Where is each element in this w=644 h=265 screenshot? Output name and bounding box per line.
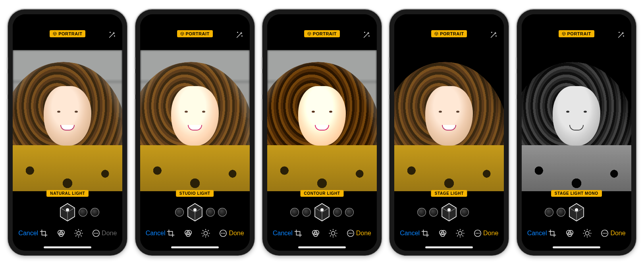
screen: PORTRAIT STAGE LIGHT bbox=[394, 14, 504, 251]
photo-preview bbox=[13, 50, 122, 201]
auto-enhance-button[interactable] bbox=[362, 30, 371, 40]
lighting-option[interactable] bbox=[557, 208, 565, 217]
lighting-option[interactable] bbox=[206, 208, 215, 217]
lighting-option-selected[interactable] bbox=[187, 203, 203, 221]
cube-icon bbox=[562, 32, 566, 36]
adjust-icon[interactable] bbox=[201, 229, 210, 238]
lighting-effect-dial[interactable] bbox=[274, 203, 370, 221]
done-button[interactable]: Done bbox=[229, 230, 244, 237]
lighting-option-selected[interactable] bbox=[441, 203, 457, 221]
lighting-option[interactable] bbox=[79, 208, 87, 217]
lighting-effect-dial[interactable] bbox=[20, 203, 115, 221]
cube-icon bbox=[53, 32, 57, 36]
cancel-button[interactable]: Cancel bbox=[527, 230, 547, 237]
subject-face bbox=[44, 86, 91, 146]
crop-icon[interactable] bbox=[548, 229, 557, 238]
lighting-option[interactable] bbox=[302, 208, 311, 217]
lighting-option[interactable] bbox=[218, 208, 227, 217]
more-icon[interactable] bbox=[346, 229, 355, 238]
crop-icon[interactable] bbox=[421, 229, 430, 238]
edit-toolbar: Cancel Done bbox=[394, 225, 504, 242]
filters-icon[interactable] bbox=[184, 229, 193, 238]
more-icon[interactable] bbox=[92, 229, 100, 238]
auto-enhance-button[interactable] bbox=[616, 30, 626, 40]
lighting-option[interactable] bbox=[545, 208, 553, 217]
top-bar: PORTRAIT bbox=[522, 30, 631, 37]
subject-face bbox=[171, 86, 219, 146]
portrait-badge-label: PORTRAIT bbox=[58, 31, 82, 36]
home-indicator[interactable] bbox=[553, 246, 600, 248]
notch bbox=[290, 14, 354, 25]
crop-icon[interactable] bbox=[166, 229, 175, 238]
screen: PORTRAIT NATURAL LIGHT bbox=[13, 14, 122, 251]
lighting-option[interactable] bbox=[290, 208, 299, 217]
phone-frame: PORTRAIT STAGE LIGHT bbox=[389, 10, 509, 255]
photo-subject bbox=[394, 50, 504, 201]
adjust-icon[interactable] bbox=[456, 229, 465, 238]
auto-enhance-button[interactable] bbox=[107, 30, 117, 40]
home-indicator[interactable] bbox=[171, 246, 219, 248]
filters-icon[interactable] bbox=[438, 229, 447, 238]
portrait-mode-badge[interactable]: PORTRAIT bbox=[177, 30, 213, 37]
portrait-mode-badge[interactable]: PORTRAIT bbox=[50, 30, 85, 37]
cancel-button[interactable]: Cancel bbox=[273, 230, 293, 237]
cancel-button[interactable]: Cancel bbox=[400, 230, 420, 237]
more-icon[interactable] bbox=[219, 229, 228, 238]
subject-face bbox=[553, 86, 600, 146]
lighting-option[interactable] bbox=[175, 208, 184, 217]
portrait-mode-badge[interactable]: PORTRAIT bbox=[559, 30, 594, 37]
lighting-option[interactable] bbox=[429, 208, 438, 217]
lighting-option[interactable] bbox=[91, 208, 99, 217]
top-bar: PORTRAIT bbox=[394, 30, 504, 37]
toolbar-tools bbox=[294, 229, 355, 238]
crop-icon[interactable] bbox=[39, 229, 48, 238]
crop-icon[interactable] bbox=[294, 229, 303, 238]
more-icon[interactable] bbox=[473, 229, 482, 238]
lighting-option[interactable] bbox=[417, 208, 426, 217]
home-indicator[interactable] bbox=[425, 246, 473, 248]
portrait-mode-badge[interactable]: PORTRAIT bbox=[431, 30, 467, 37]
photo-subject bbox=[522, 50, 631, 201]
filters-icon[interactable] bbox=[565, 229, 574, 238]
adjust-icon[interactable] bbox=[74, 229, 83, 238]
lighting-effect-dial[interactable] bbox=[529, 203, 624, 221]
filters-icon[interactable] bbox=[311, 229, 320, 238]
cube-icon bbox=[307, 32, 311, 36]
adjust-icon[interactable] bbox=[329, 229, 337, 238]
portrait-mode-badge[interactable]: PORTRAIT bbox=[304, 30, 340, 37]
home-indicator[interactable] bbox=[298, 246, 346, 248]
lighting-option-selected[interactable] bbox=[314, 203, 330, 221]
home-indicator[interactable] bbox=[44, 246, 91, 248]
filters-icon[interactable] bbox=[57, 229, 66, 238]
lighting-option[interactable] bbox=[345, 208, 354, 217]
subject-smile bbox=[569, 125, 584, 131]
notch bbox=[417, 14, 481, 25]
adjust-icon[interactable] bbox=[583, 229, 592, 238]
auto-enhance-button[interactable] bbox=[489, 30, 498, 40]
cancel-button[interactable]: Cancel bbox=[18, 230, 38, 237]
done-button[interactable]: Done bbox=[356, 230, 371, 237]
more-icon[interactable] bbox=[600, 229, 609, 238]
lighting-option[interactable] bbox=[460, 208, 469, 217]
lighting-option-selected[interactable] bbox=[569, 203, 584, 221]
subject-smile bbox=[315, 125, 329, 131]
lighting-effect-dial[interactable] bbox=[401, 203, 497, 221]
screen: PORTRAIT STAGE LIGHT MONO bbox=[522, 14, 631, 251]
done-button[interactable]: Done bbox=[102, 230, 117, 237]
subject-face bbox=[425, 86, 473, 146]
portrait-badge-label: PORTRAIT bbox=[313, 31, 337, 36]
done-button[interactable]: Done bbox=[483, 230, 498, 237]
screen: PORTRAIT STUDIO LIGHT bbox=[140, 14, 250, 251]
cancel-button[interactable]: Cancel bbox=[146, 230, 166, 237]
lighting-effect-dial[interactable] bbox=[147, 203, 243, 221]
lighting-effect-label: STUDIO LIGHT bbox=[176, 190, 214, 197]
auto-enhance-button[interactable] bbox=[235, 30, 244, 40]
photo-subject bbox=[13, 50, 122, 201]
photo-subject bbox=[267, 50, 377, 201]
screen: PORTRAIT CONTOUR LIGHT bbox=[267, 14, 377, 251]
portrait-badge-label: PORTRAIT bbox=[567, 31, 591, 36]
lighting-option-selected[interactable] bbox=[60, 203, 75, 221]
lighting-option[interactable] bbox=[333, 208, 342, 217]
toolbar-tools bbox=[548, 229, 609, 238]
done-button[interactable]: Done bbox=[610, 230, 625, 237]
